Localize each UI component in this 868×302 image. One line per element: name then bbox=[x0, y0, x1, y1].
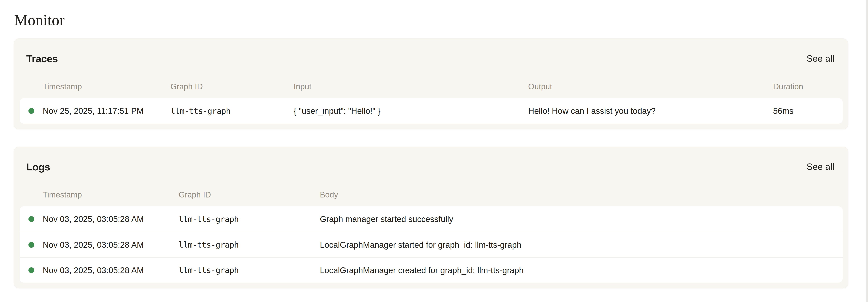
log-row[interactable]: Nov 03, 2025, 03:05:28 AM llm-tts-graph … bbox=[20, 232, 843, 257]
trace-input: { "user_input": "Hello!" } bbox=[293, 106, 528, 116]
logs-table-header: Timestamp Graph ID Body bbox=[20, 190, 843, 199]
log-body: LocalGraphManager created for graph_id: … bbox=[320, 265, 843, 275]
status-ok-dot-icon bbox=[28, 216, 34, 222]
trace-row[interactable]: Nov 25, 2025, 11:17:51 PM llm-tts-graph … bbox=[20, 98, 843, 123]
logs-card-header: Logs See all bbox=[20, 160, 843, 173]
traces-header-output: Output bbox=[528, 82, 773, 91]
log-graph-id: llm-tts-graph bbox=[179, 215, 320, 224]
traces-header-timestamp: Timestamp bbox=[43, 82, 170, 91]
logs-table: Nov 03, 2025, 03:05:28 AM llm-tts-graph … bbox=[20, 207, 843, 282]
traces-table: Nov 25, 2025, 11:17:51 PM llm-tts-graph … bbox=[20, 98, 843, 123]
log-row[interactable]: Nov 03, 2025, 03:05:28 AM llm-tts-graph … bbox=[20, 257, 843, 282]
status-ok-dot-icon bbox=[28, 267, 34, 273]
log-graph-id: llm-tts-graph bbox=[179, 240, 320, 249]
logs-header-timestamp: Timestamp bbox=[43, 190, 179, 199]
logs-card: Logs See all Timestamp Graph ID Body Nov… bbox=[14, 147, 848, 288]
log-timestamp: Nov 03, 2025, 03:05:28 AM bbox=[43, 265, 179, 275]
log-timestamp: Nov 03, 2025, 03:05:28 AM bbox=[43, 214, 179, 224]
monitor-page: { "page": { "title": "Monitor" }, "color… bbox=[0, 0, 868, 302]
logs-heading: Logs bbox=[26, 161, 50, 173]
log-timestamp: Nov 03, 2025, 03:05:28 AM bbox=[43, 240, 179, 250]
traces-header-graph-id: Graph ID bbox=[170, 82, 293, 91]
trace-output: Hello! How can I assist you today? bbox=[528, 106, 773, 116]
status-ok-dot-icon bbox=[28, 108, 34, 114]
log-status-cell bbox=[20, 216, 43, 222]
logs-header-graph-id: Graph ID bbox=[179, 190, 320, 199]
log-status-cell bbox=[20, 242, 43, 248]
log-graph-id: llm-tts-graph bbox=[179, 266, 320, 275]
trace-duration: 56ms bbox=[773, 106, 843, 116]
trace-timestamp: Nov 25, 2025, 11:17:51 PM bbox=[43, 106, 170, 116]
logs-header-body: Body bbox=[320, 190, 843, 199]
traces-card: Traces See all Timestamp Graph ID Input … bbox=[14, 38, 848, 129]
status-ok-dot-icon bbox=[28, 242, 34, 248]
page-title: Monitor bbox=[14, 10, 868, 30]
log-body: Graph manager started successfully bbox=[320, 214, 843, 224]
scrollbar-track[interactable] bbox=[866, 0, 868, 302]
log-row[interactable]: Nov 03, 2025, 03:05:28 AM llm-tts-graph … bbox=[20, 207, 843, 232]
traces-heading: Traces bbox=[26, 53, 58, 64]
traces-header-input: Input bbox=[293, 82, 528, 91]
traces-card-header: Traces See all bbox=[20, 52, 843, 65]
traces-header-duration: Duration bbox=[773, 82, 843, 91]
logs-see-all-link[interactable]: See all bbox=[807, 162, 834, 172]
traces-table-header: Timestamp Graph ID Input Output Duration bbox=[20, 82, 843, 91]
trace-status-cell bbox=[20, 108, 43, 114]
log-body: LocalGraphManager started for graph_id: … bbox=[320, 240, 843, 250]
traces-see-all-link[interactable]: See all bbox=[807, 53, 834, 64]
log-status-cell bbox=[20, 267, 43, 273]
trace-graph-id: llm-tts-graph bbox=[170, 106, 293, 116]
